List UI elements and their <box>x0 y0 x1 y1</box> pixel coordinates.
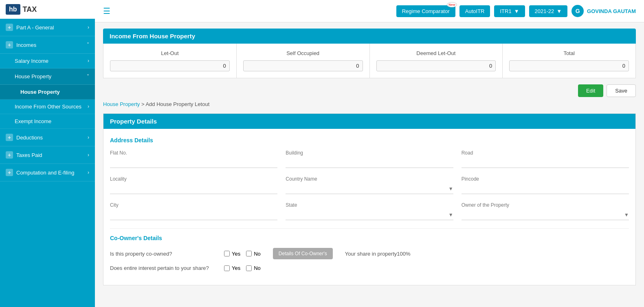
sidebar-item-incomes[interactable]: + Incomes ˅ <box>0 36 95 54</box>
self-occupied-input[interactable] <box>243 60 363 71</box>
sidebar-item-computation-efiling[interactable]: + Computation and E-filing › <box>0 164 95 181</box>
coowned-no-checkbox[interactable] <box>246 251 252 256</box>
coowned-yes-checkbox[interactable] <box>224 251 230 256</box>
building-field: Building <box>286 150 453 168</box>
owner-property-label: Owner of the Property <box>462 202 629 208</box>
state-select[interactable]: Maharashtra Delhi <box>286 210 448 220</box>
hamburger-icon[interactable]: ☰ <box>103 6 110 16</box>
locality-input[interactable] <box>110 183 277 194</box>
owner-property-select[interactable]: Self Co-owner <box>462 210 624 220</box>
sidebar-item-label: Deductions <box>16 135 43 141</box>
plus-icon: + <box>6 151 13 159</box>
coowner-label-2: Does entire interest pertain to your sha… <box>110 265 216 271</box>
state-label: State <box>286 202 453 208</box>
city-input[interactable] <box>110 210 277 220</box>
flat-no-field: Flat No. <box>110 150 277 168</box>
entire-interest-yes-text: Yes <box>232 265 240 271</box>
country-name-field: Country Name India USA ▼ <box>286 176 453 194</box>
road-field: Road <box>462 150 629 168</box>
income-summary-header: Income From House Property <box>103 29 636 44</box>
breadcrumb-separator: > <box>140 101 145 107</box>
coowner-label-1: Is this property co-owned? <box>110 251 216 257</box>
coowner-title: Co-Owner's Details <box>110 235 629 241</box>
summary-card-let-out: Let-Out <box>103 44 237 78</box>
coowner-section: Co-Owner's Details Is this property co-o… <box>110 235 629 271</box>
chevron-right-icon: › <box>88 135 89 140</box>
sidebar-item-label: House Property <box>15 73 51 80</box>
sidebar-item-deductions[interactable]: + Deductions › <box>0 129 95 146</box>
country-name-select[interactable]: India USA <box>286 183 448 194</box>
section-divider <box>110 228 629 229</box>
sidebar-item-exempt-income[interactable]: Exempt Income <box>0 114 95 129</box>
coowned-checkbox-group: Yes No <box>224 251 261 257</box>
main-area: ☰ New Regime Comparator AutoITR ITR1 ▼ 2… <box>95 0 644 307</box>
sidebar-item-salary-income[interactable]: Salary Income › <box>0 54 95 68</box>
flat-no-label: Flat No. <box>110 150 277 156</box>
entire-interest-no-checkbox[interactable] <box>246 265 252 271</box>
chevron-down-icon: ▼ <box>514 8 519 14</box>
avatar: G <box>571 5 584 17</box>
total-input[interactable] <box>509 60 629 71</box>
coowner-row-2: Does entire interest pertain to your sha… <box>110 265 629 271</box>
sidebar-item-label: Exempt Income <box>15 118 51 124</box>
header: ☰ New Regime Comparator AutoITR ITR1 ▼ 2… <box>95 0 644 22</box>
sidebar-item-house-property[interactable]: House Property ˅ <box>0 68 95 85</box>
flat-no-input[interactable] <box>110 157 277 168</box>
address-row-1: Flat No. Building Road <box>110 150 629 168</box>
building-label: Building <box>286 150 453 156</box>
address-row-2: Locality Country Name India USA ▼ <box>110 176 629 194</box>
let-out-input[interactable] <box>110 60 230 71</box>
coowned-no-text: No <box>254 251 261 257</box>
summary-card-total: Total <box>503 44 635 78</box>
sidebar-item-label: Salary Income <box>15 58 48 64</box>
owner-property-field: Owner of the Property Self Co-owner ▼ <box>462 202 629 220</box>
sidebar-item-income-other-sources[interactable]: Income From Other Sources › <box>0 99 95 114</box>
city-label: City <box>110 202 277 208</box>
new-badge: New <box>447 2 457 7</box>
sidebar-item-part-a-general[interactable]: + Part A - General › <box>0 19 95 36</box>
coowner-row-1: Is this property co-owned? Yes No De <box>110 248 629 259</box>
building-input[interactable] <box>286 157 453 168</box>
auto-itr-button[interactable]: AutoITR <box>459 5 490 17</box>
pincode-input[interactable] <box>462 183 629 194</box>
breadcrumb-link[interactable]: House Property <box>103 101 140 107</box>
plus-icon: + <box>6 134 13 141</box>
edit-button[interactable]: Edit <box>578 84 603 97</box>
sidebar-item-label: Computation and E-filing <box>16 170 74 176</box>
coowned-yes-label[interactable]: Yes <box>224 251 240 257</box>
pincode-field: Pincode <box>462 176 629 194</box>
content-area: Income From House Property Let-Out Self … <box>95 22 644 307</box>
deemed-let-out-input[interactable] <box>376 60 496 71</box>
coowned-no-label[interactable]: No <box>246 251 261 257</box>
sidebar-item-house-property-sub[interactable]: House Property <box>0 85 95 99</box>
summary-card-self-occupied: Self Occupied <box>237 44 370 78</box>
save-button[interactable]: Save <box>607 84 636 97</box>
breadcrumb-current: Add House Property Letout <box>145 101 209 107</box>
chevron-right-icon: › <box>88 170 89 175</box>
year-dropdown-button[interactable]: 2021-22 ▼ <box>529 5 568 17</box>
sidebar-item-label: Income From Other Sources <box>15 104 81 110</box>
sidebar-item-label: House Property <box>20 89 60 95</box>
breadcrumb: House Property > Add House Property Leto… <box>103 101 636 107</box>
regime-comparator-button[interactable]: New Regime Comparator <box>396 5 455 17</box>
user-menu-button[interactable]: G GOVINDA GAUTAM <box>571 5 636 17</box>
chevron-right-icon: › <box>88 104 89 109</box>
property-details-header: Property Details <box>103 114 635 129</box>
entire-interest-yes-checkbox[interactable] <box>224 265 230 271</box>
deemed-let-out-label: Deemed Let-Out <box>376 50 496 56</box>
sidebar-item-taxes-paid[interactable]: + Taxes Paid › <box>0 146 95 164</box>
chevron-down-icon: ˅ <box>87 74 89 80</box>
chevron-down-icon: ▼ <box>556 8 562 14</box>
entire-interest-no-label[interactable]: No <box>246 265 261 271</box>
state-field: State Maharashtra Delhi ▼ <box>286 202 453 220</box>
road-label: Road <box>462 150 629 156</box>
itr-dropdown-button[interactable]: ITR1 ▼ <box>494 5 525 17</box>
sidebar-item-label: Part A - General <box>16 24 54 31</box>
details-of-coowner-button[interactable]: Details Of Co-Owner's <box>273 248 333 259</box>
road-input[interactable] <box>462 157 629 168</box>
city-field: City <box>110 202 277 220</box>
property-details-section: Property Details Address Details Flat No… <box>103 113 636 285</box>
action-row: Edit Save <box>103 84 636 97</box>
address-row-3: City State Maharashtra Delhi ▼ <box>110 202 629 220</box>
entire-interest-yes-label[interactable]: Yes <box>224 265 240 271</box>
